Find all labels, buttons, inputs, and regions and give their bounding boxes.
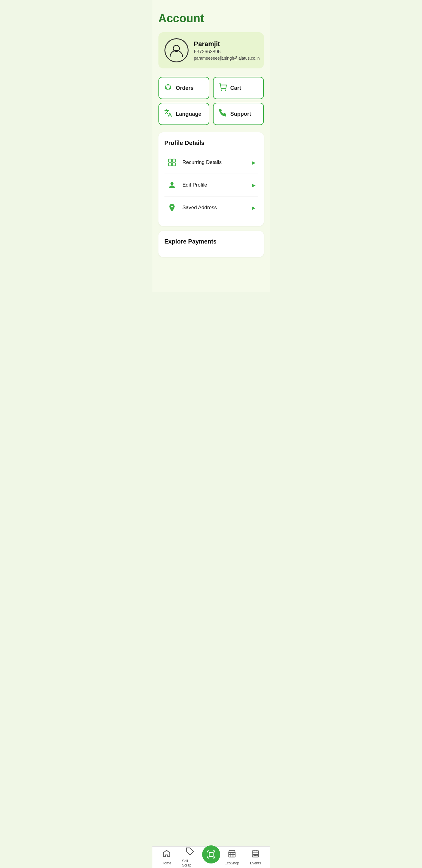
ecoshop-label: EcoShop xyxy=(224,861,239,865)
avatar-icon xyxy=(168,42,185,59)
page-content: Account Paramjit 6372663896 parameeeeeej… xyxy=(153,0,270,268)
saved-address-chevron: ▶ xyxy=(252,205,255,211)
svg-point-1 xyxy=(221,90,222,90)
svg-rect-6 xyxy=(172,163,175,166)
building-icon xyxy=(167,157,177,167)
profile-phone: 6372663896 xyxy=(194,49,260,55)
saved-address-label: Saved Address xyxy=(183,205,247,211)
svg-point-7 xyxy=(170,182,173,185)
bottom-nav: Home Sell Scrap xyxy=(153,846,270,868)
profile-info: Paramjit 6372663896 parameeeeeejit.singh… xyxy=(194,40,260,61)
explore-payments-section: Explore Payments xyxy=(158,231,264,257)
svg-rect-9 xyxy=(209,852,213,856)
nav-sell-scrap[interactable]: Sell Scrap xyxy=(178,845,202,868)
cart-button[interactable]: Cart xyxy=(213,77,264,99)
cart-icon xyxy=(218,83,227,93)
svg-rect-14 xyxy=(254,854,255,855)
person-icon xyxy=(167,180,177,190)
profile-email: parameeeeeejit.singh@ajatus.co.in xyxy=(194,56,260,61)
support-icon xyxy=(218,109,227,119)
edit-profile-chevron: ▶ xyxy=(252,182,255,188)
svg-rect-15 xyxy=(255,854,256,855)
location-icon xyxy=(167,203,177,213)
saved-address-item[interactable]: Saved Address ▶ xyxy=(164,196,258,219)
orders-icon xyxy=(164,83,172,93)
avatar xyxy=(164,38,189,62)
nav-scan-button[interactable] xyxy=(202,845,220,864)
home-icon xyxy=(162,849,171,860)
calendar-icon xyxy=(251,849,260,860)
svg-rect-16 xyxy=(257,854,258,855)
edit-profile-item[interactable]: Edit Profile ▶ xyxy=(164,174,258,196)
scan-icon xyxy=(206,849,216,859)
svg-rect-4 xyxy=(172,159,175,162)
language-label: Language xyxy=(176,111,201,117)
svg-point-2 xyxy=(225,90,226,90)
app-container: Account Paramjit 6372663896 parameeeeeej… xyxy=(153,0,270,292)
page-title: Account xyxy=(158,12,264,25)
recurring-details-label: Recurring Details xyxy=(183,159,247,165)
svg-rect-3 xyxy=(168,159,171,162)
profile-card: Paramjit 6372663896 parameeeeeejit.singh… xyxy=(158,32,264,68)
orders-label: Orders xyxy=(176,85,194,91)
support-button[interactable]: Support xyxy=(213,103,264,125)
explore-payments-title: Explore Payments xyxy=(164,238,258,245)
nav-ecoshop[interactable]: EcoShop xyxy=(220,847,244,868)
home-label: Home xyxy=(162,861,171,865)
recurring-details-item[interactable]: Recurring Details ▶ xyxy=(164,151,258,174)
tag-icon xyxy=(186,847,194,858)
support-label: Support xyxy=(230,111,251,117)
svg-rect-5 xyxy=(168,163,171,166)
profile-details-title: Profile Details xyxy=(164,140,258,147)
sell-scrap-label: Sell Scrap xyxy=(182,859,198,867)
profile-name: Paramjit xyxy=(194,40,260,48)
action-grid: Orders Cart xyxy=(158,77,264,125)
nav-home[interactable]: Home xyxy=(155,847,178,868)
nav-events[interactable]: Events xyxy=(244,847,267,868)
language-button[interactable]: Language xyxy=(158,103,209,125)
language-icon xyxy=(164,109,172,119)
cart-label: Cart xyxy=(230,85,241,91)
profile-details-section: Profile Details Recurring Details ▶ xyxy=(158,132,264,226)
recurring-details-chevron: ▶ xyxy=(252,160,255,165)
orders-button[interactable]: Orders xyxy=(158,77,209,99)
shop-icon xyxy=(228,849,236,860)
events-label: Events xyxy=(250,861,261,865)
edit-profile-label: Edit Profile xyxy=(183,182,247,188)
